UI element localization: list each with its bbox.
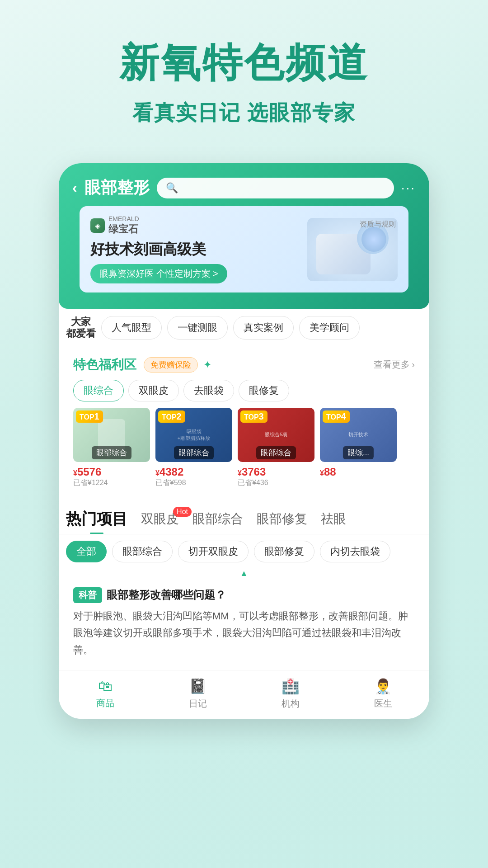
nav-icon-1: 📓 [189, 678, 207, 695]
product-card-2[interactable]: TOP2 吸眼袋+雕塑脂肪释放 眼部综合 ¥4382 已省¥598 [155, 408, 232, 488]
sub-tab-2[interactable]: 去眼袋 [183, 380, 234, 401]
product-save-1: 已省¥1224 [73, 478, 150, 488]
special-header: 特色福利区 免费赠保险 ✦ 查看更多 › [73, 356, 415, 373]
nav-label-2: 机构 [282, 698, 300, 710]
main-tab-2[interactable]: 眼部综合 [192, 510, 243, 532]
nav-item-3[interactable]: 👨‍⚕️ 医生 [374, 678, 392, 710]
product-img-1: TOP1 眼部综合 [73, 408, 150, 462]
product-price-1: ¥5576 [73, 466, 150, 478]
filter-chip-4[interactable]: 内切去眼袋 [320, 541, 390, 562]
quick-tag-1[interactable]: 人气眼型 [101, 316, 162, 340]
product-price-4: ¥88 [320, 466, 397, 478]
main-tab-3[interactable]: 眼部修复 [257, 510, 307, 532]
special-plus-icon: ✦ [203, 359, 211, 371]
filter-chip-3[interactable]: 眼部修复 [254, 541, 314, 562]
banner-main-text: 好技术刻画高级美 [90, 240, 227, 259]
product-category-3: 眼部综合 [256, 446, 296, 459]
main-tabs: 热门项目 双眼皮 Hot 眼部综合 眼部修复 祛眼 [59, 501, 429, 534]
chip-expand-icon[interactable]: ▲ [59, 569, 429, 578]
back-button[interactable]: ‹ [72, 179, 77, 196]
quick-nav-label: 大家 都爱看 [66, 316, 96, 340]
product-img-4: TOP4 切开技术 眼综... [320, 408, 397, 462]
product-category-2: 眼部综合 [174, 446, 214, 459]
product-img-2: TOP2 吸眼袋+雕塑脂肪释放 眼部综合 [155, 408, 232, 462]
article-title: 眼部整形改善哪些问题？ [107, 588, 226, 602]
app-header: ‹ 眼部整形 🔍 ··· ◈ EMERALD 绿宝石 [59, 163, 429, 309]
product-category-1: 眼部综合 [92, 446, 131, 459]
hero-section: 新氧特色频道 看真实日记 选眼部专家 [0, 0, 488, 145]
filter-chip-0[interactable]: 全部 [66, 541, 107, 562]
product-save-2: 已省¥598 [155, 478, 232, 488]
nav-label-3: 医生 [374, 698, 392, 710]
article-header: 科普 眼部整形改善哪些问题？ [73, 587, 415, 603]
top-badge-4: TOP4 [323, 410, 350, 423]
page-title: 眼部整形 [84, 177, 150, 199]
banner[interactable]: ◈ EMERALD 绿宝石 好技术刻画高级美 眼鼻资深好医 个性定制方案 > 资… [80, 206, 408, 292]
banner-brand: ◈ EMERALD 绿宝石 [90, 215, 227, 236]
brand-name: 绿宝石 [108, 222, 139, 236]
sub-tab-3[interactable]: 眼修复 [239, 380, 289, 401]
nav-item-1[interactable]: 📓 日记 [189, 678, 207, 710]
main-tab-4[interactable]: 祛眼 [321, 510, 346, 532]
banner-cta[interactable]: 眼鼻资深好医 个性定制方案 > [90, 264, 227, 283]
nav-item-0[interactable]: 🛍 商品 [96, 678, 114, 710]
header-nav: ‹ 眼部整形 🔍 ··· [72, 177, 416, 199]
banner-tag: 资质与规则 [360, 220, 396, 229]
nav-label-1: 日记 [189, 698, 207, 710]
sub-tabs: 眼综合 双眼皮 去眼袋 眼修复 [73, 380, 415, 401]
product-price-3: ¥3763 [238, 466, 314, 478]
filter-chip-2[interactable]: 切开双眼皮 [178, 541, 249, 562]
top-badge-1: TOP1 [76, 410, 103, 423]
nav-icon-2: 🏥 [282, 678, 300, 695]
product-card-1[interactable]: TOP1 眼部综合 ¥5576 已省¥1224 [73, 408, 150, 488]
article-body: 对于肿眼泡、眼袋大泪沟凹陷等MM，可以考虑眼部整形，改善眼部问题。肿眼泡等建议切… [73, 608, 415, 658]
more-button[interactable]: ··· [401, 181, 416, 195]
banner-right: 资质与规则 [307, 218, 398, 281]
top-badge-3: TOP3 [240, 410, 267, 423]
nav-icon-3: 👨‍⚕️ [374, 678, 392, 695]
product-price-2: ¥4382 [155, 466, 232, 478]
product-category-4: 眼综... [343, 446, 374, 459]
quick-tag-2[interactable]: 一键测眼 [167, 316, 228, 340]
app-content: ‹ 眼部整形 🔍 ··· ◈ EMERALD 绿宝石 [59, 163, 429, 719]
main-tab-1[interactable]: 双眼皮 Hot [141, 510, 179, 532]
special-badge: 免费赠保险 [144, 357, 198, 373]
special-title: 特色福利区 [73, 356, 136, 373]
banner-left: ◈ EMERALD 绿宝石 好技术刻画高级美 眼鼻资深好医 个性定制方案 > [90, 215, 227, 283]
hot-badge: Hot [173, 507, 192, 517]
nav-icon-0: 🛍 [98, 678, 113, 694]
sub-tab-1[interactable]: 双眼皮 [128, 380, 179, 401]
search-icon: 🔍 [166, 182, 178, 194]
search-bar[interactable]: 🔍 [157, 178, 394, 198]
product-card-4[interactable]: TOP4 切开技术 眼综... ¥88 [320, 408, 397, 488]
article-type-badge: 科普 [73, 587, 102, 603]
product-img-3: TOP3 眼综合5项 眼部综合 [238, 408, 314, 462]
article-section: 科普 眼部整形改善哪些问题？ 对于肿眼泡、眼袋大泪沟凹陷等MM，可以考虑眼部整形… [66, 580, 422, 665]
phone-frame: ‹ 眼部整形 🔍 ··· ◈ EMERALD 绿宝石 [59, 163, 429, 719]
nav-item-2[interactable]: 🏥 机构 [282, 678, 300, 710]
main-title: 新氧特色频道 [18, 36, 470, 90]
sub-title: 看真实日记 选眼部专家 [18, 99, 470, 127]
nav-label-0: 商品 [96, 697, 114, 709]
product-cards: TOP1 眼部综合 ¥5576 已省¥1224 TOP2 [73, 408, 415, 490]
bottom-nav: 🛍 商品 📓 日记 🏥 机构 👨‍⚕️ 医生 [59, 670, 429, 719]
filter-chip-1[interactable]: 眼部综合 [112, 541, 173, 562]
product-save-3: 已省¥436 [238, 478, 314, 488]
filter-chips: 全部 眼部综合 切开双眼皮 眼部修复 内切去眼袋 [59, 534, 429, 569]
brand-subtitle: EMERALD [108, 215, 139, 222]
special-section: 特色福利区 免费赠保险 ✦ 查看更多 › 眼综合 双眼皮 去眼袋 眼修复 [66, 349, 422, 497]
top-badge-2: TOP2 [158, 410, 185, 423]
product-card-3[interactable]: TOP3 眼综合5项 眼部综合 ¥3763 已省¥436 [238, 408, 314, 488]
quick-nav: 大家 都爱看 人气眼型 一键测眼 真实案例 美学顾问 [59, 309, 429, 344]
quick-tag-4[interactable]: 美学顾问 [299, 316, 360, 340]
quick-tag-3[interactable]: 真实案例 [233, 316, 294, 340]
view-more-button[interactable]: 查看更多 › [374, 359, 415, 371]
brand-icon: ◈ [90, 218, 105, 233]
sub-tab-0[interactable]: 眼综合 [73, 380, 124, 401]
main-tab-0[interactable]: 热门项目 [66, 509, 127, 534]
